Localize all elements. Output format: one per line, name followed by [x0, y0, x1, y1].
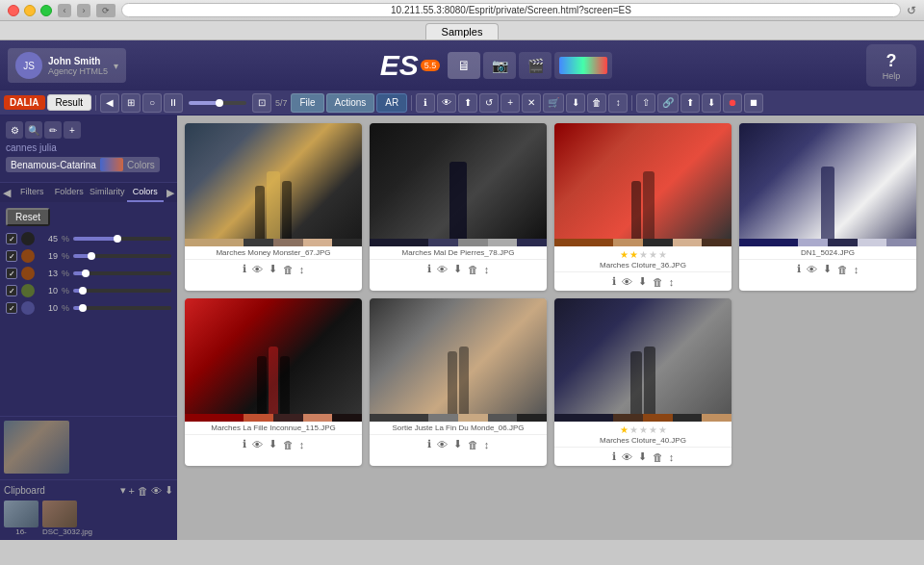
- record-btn[interactable]: ⏺: [723, 93, 742, 113]
- upload-btn[interactable]: ⬆: [680, 93, 700, 113]
- dl-btn[interactable]: ⬇: [566, 93, 585, 113]
- card-trash-btn-5[interactable]: 🗑: [283, 439, 294, 450]
- browser-tab[interactable]: Samples: [425, 23, 500, 39]
- card-trash-btn-6[interactable]: 🗑: [468, 439, 478, 450]
- slider-2[interactable]: [73, 254, 171, 258]
- help-button[interactable]: ? Help: [866, 44, 916, 87]
- search-plus-btn[interactable]: +: [64, 121, 81, 139]
- card-eye-btn-4[interactable]: 👁: [807, 264, 817, 275]
- card-eye-btn-5[interactable]: 👁: [252, 439, 263, 450]
- share-btn[interactable]: ⇧: [636, 93, 655, 113]
- nav-right-arrow[interactable]: ▶: [164, 187, 177, 199]
- clipboard-eye[interactable]: 👁: [151, 485, 162, 497]
- card-info-btn-4[interactable]: ℹ: [797, 263, 801, 275]
- clipboard-add[interactable]: +: [129, 485, 135, 497]
- clipboard-dl[interactable]: ⬇: [165, 484, 173, 497]
- back-icon-btn[interactable]: ◀: [100, 93, 119, 113]
- card-info-btn-3[interactable]: ℹ: [612, 275, 616, 288]
- card-move-btn-3[interactable]: ↕: [669, 276, 675, 288]
- colors-label[interactable]: Colors: [127, 160, 155, 170]
- card-dl-btn-2[interactable]: ⬇: [453, 263, 462, 275]
- file-button[interactable]: File: [291, 93, 323, 113]
- export-btn[interactable]: ⬆: [458, 93, 477, 113]
- move-btn[interactable]: ↕: [608, 93, 628, 113]
- slider-3[interactable]: [73, 271, 171, 275]
- slider-1[interactable]: [73, 237, 171, 241]
- close-button[interactable]: [8, 5, 19, 16]
- back-button[interactable]: ‹: [58, 4, 71, 17]
- card-move-btn-6[interactable]: ↕: [484, 439, 490, 450]
- card-dl-btn-3[interactable]: ⬇: [638, 275, 647, 288]
- card-dl-btn-1[interactable]: ⬇: [269, 263, 277, 275]
- card-move-btn-4[interactable]: ↕: [854, 264, 860, 275]
- card-trash-btn-2[interactable]: 🗑: [468, 264, 478, 275]
- cart-btn[interactable]: 🛒: [543, 93, 564, 113]
- card-move-btn-2[interactable]: ↕: [484, 264, 490, 275]
- card-eye-btn-7[interactable]: 👁: [622, 451, 632, 463]
- reset-button[interactable]: Reset: [6, 208, 50, 226]
- card-info-btn-2[interactable]: ℹ: [427, 263, 431, 275]
- stop-btn[interactable]: ⏹: [744, 93, 763, 113]
- card-info-btn-7[interactable]: ℹ: [612, 450, 616, 463]
- color-check-5[interactable]: ✓: [6, 302, 17, 314]
- card-info-btn-6[interactable]: ℹ: [427, 438, 431, 450]
- card-info-btn-1[interactable]: ℹ: [243, 263, 246, 275]
- card-trash-btn-1[interactable]: 🗑: [283, 264, 294, 275]
- card-eye-btn-6[interactable]: 👁: [437, 439, 448, 450]
- card-info-btn-5[interactable]: ℹ: [243, 438, 246, 450]
- pause-btn[interactable]: ⏸: [164, 93, 183, 113]
- maximize-button[interactable]: [40, 5, 52, 16]
- search-magnify-btn[interactable]: 🔍: [25, 121, 42, 139]
- card-trash-btn-3[interactable]: 🗑: [653, 276, 663, 288]
- result-button[interactable]: Result: [47, 94, 91, 111]
- search-settings-btn[interactable]: ⚙: [6, 121, 23, 139]
- tab-folders[interactable]: Folders: [51, 183, 89, 202]
- refresh-icon[interactable]: ↺: [907, 4, 916, 17]
- card-dl-btn-5[interactable]: ⬇: [269, 438, 277, 450]
- url-bar[interactable]: 10.211.55.3:8080/Esprit/private/Screen.h…: [121, 3, 901, 17]
- card-move-btn-1[interactable]: ↕: [299, 264, 305, 275]
- dl2-btn[interactable]: ⬇: [702, 93, 721, 113]
- card-move-btn-5[interactable]: ↕: [299, 439, 305, 450]
- card-eye-btn-2[interactable]: 👁: [437, 264, 448, 275]
- user-dropdown-icon[interactable]: ▾: [114, 61, 118, 71]
- refresh-icon-btn[interactable]: ↺: [479, 93, 499, 113]
- card-dl-btn-4[interactable]: ⬇: [823, 263, 832, 275]
- fit-btn[interactable]: ⊡: [252, 93, 271, 113]
- forward-button[interactable]: ›: [77, 4, 90, 17]
- actions-button[interactable]: Actions: [326, 93, 375, 113]
- reload-button[interactable]: ⟳: [96, 4, 116, 17]
- cross-btn[interactable]: ✕: [522, 93, 541, 113]
- card-trash-btn-4[interactable]: 🗑: [837, 264, 848, 275]
- slider-5[interactable]: [73, 306, 171, 310]
- link-btn[interactable]: 🔗: [657, 93, 679, 113]
- clipboard-dropdown[interactable]: ▾: [120, 484, 126, 497]
- circle-btn[interactable]: ○: [142, 93, 162, 113]
- card-move-btn-7[interactable]: ↕: [669, 451, 675, 463]
- color-check-2[interactable]: ✓: [6, 250, 17, 262]
- info-btn[interactable]: ℹ: [416, 93, 435, 113]
- card-trash-btn-7[interactable]: 🗑: [653, 451, 663, 463]
- card-eye-btn-3[interactable]: 👁: [622, 276, 632, 288]
- card-eye-btn-1[interactable]: 👁: [252, 264, 263, 275]
- tab-filters[interactable]: Filters: [13, 183, 51, 202]
- color-check-3[interactable]: ✓: [6, 268, 17, 279]
- color-check-4[interactable]: ✓: [6, 285, 17, 296]
- slider-4[interactable]: [73, 289, 171, 293]
- search-edit-btn[interactable]: ✏: [44, 121, 62, 139]
- card-dl-btn-7[interactable]: ⬇: [638, 450, 647, 463]
- clipboard-trash[interactable]: 🗑: [138, 485, 148, 497]
- zoom-slider[interactable]: [189, 101, 246, 105]
- nav-left-arrow[interactable]: ◀: [0, 187, 13, 199]
- trash-btn[interactable]: 🗑: [587, 93, 606, 113]
- tab-similarity[interactable]: Similarity: [88, 183, 127, 202]
- eye-btn[interactable]: 👁: [437, 93, 456, 113]
- user-badge[interactable]: JS John Smith Agency HTML5 ▾: [8, 48, 126, 83]
- grid-view-btn[interactable]: ⊞: [121, 93, 141, 113]
- minimize-button[interactable]: [24, 5, 36, 16]
- ar-button[interactable]: AR: [376, 93, 407, 113]
- plus-btn[interactable]: +: [500, 93, 520, 113]
- card-dl-btn-6[interactable]: ⬇: [453, 438, 462, 450]
- color-check-1[interactable]: ✓: [6, 233, 17, 244]
- tab-colors[interactable]: Colors: [127, 183, 165, 202]
